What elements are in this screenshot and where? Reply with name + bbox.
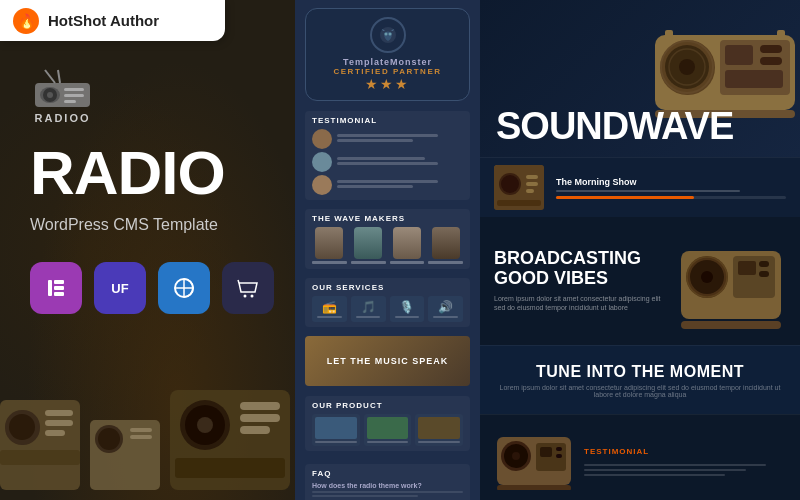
elementor-icon[interactable] — [30, 262, 82, 314]
faq-question: How does the radio theme work? — [312, 482, 463, 489]
svg-rect-37 — [240, 402, 280, 410]
svg-rect-61 — [526, 175, 538, 179]
tune-text-block: TUNE INTO THE MOMENT Lorem ipsum dolor s… — [496, 363, 784, 398]
person-card — [351, 227, 386, 264]
svg-rect-82 — [556, 454, 562, 458]
service-icon: 🎙️ — [399, 300, 414, 314]
progress-bar-fill — [556, 196, 694, 199]
svg-rect-14 — [54, 292, 64, 296]
person-avatar — [315, 227, 343, 259]
text-line — [337, 185, 413, 188]
tm-cat-icon — [370, 17, 406, 53]
wordpress-icon[interactable] — [158, 262, 210, 314]
svg-rect-26 — [45, 430, 65, 436]
svg-rect-49 — [725, 45, 753, 65]
service-item: 🎵 — [351, 296, 386, 322]
product-line — [418, 441, 460, 443]
service-icon: 🎵 — [361, 300, 376, 314]
person-name-line — [312, 261, 347, 264]
testimonial-heading: TESTIMONIAL — [312, 116, 463, 125]
svg-rect-63 — [526, 189, 534, 193]
product-line — [367, 441, 409, 443]
morning-show-subline — [556, 190, 740, 192]
woo-icon[interactable] — [222, 262, 274, 314]
top-bar-title: HotShot Author — [48, 12, 159, 29]
testimonial-section: TESTIMONIAL — [305, 111, 470, 200]
person-name-line — [428, 261, 463, 264]
service-item: 🔊 — [428, 296, 463, 322]
faq-item: How does the radio theme work? — [312, 482, 463, 500]
person-card — [390, 227, 425, 264]
vintage-radios-image — [0, 370, 295, 500]
broadcasting-title: BROADCASTING GOOD VIBES — [494, 249, 662, 289]
person-card — [312, 227, 347, 264]
tune-section: TUNE INTO THE MOMENT Lorem ipsum dolor s… — [480, 345, 800, 414]
svg-rect-62 — [526, 182, 538, 186]
svg-point-47 — [679, 59, 695, 75]
person-card — [428, 227, 463, 264]
svg-rect-27 — [0, 450, 80, 465]
svg-point-20 — [251, 295, 254, 298]
svg-rect-11 — [48, 280, 52, 296]
faq-heading: FAQ — [312, 469, 463, 478]
svg-rect-6 — [64, 88, 84, 91]
products-section: OUR PRODUCT — [305, 396, 470, 451]
svg-rect-64 — [497, 200, 541, 206]
middle-content: TemplateMonster CERTIFIED PARTNER ★★★ TE… — [295, 0, 480, 500]
svg-rect-81 — [556, 447, 562, 451]
person-name-line — [390, 261, 425, 264]
wavemakers-row — [312, 227, 463, 264]
product-image — [418, 417, 460, 439]
service-line — [317, 316, 342, 318]
svg-rect-12 — [54, 280, 64, 284]
testimonial-tag: TESTIMONIAL — [584, 447, 649, 456]
plugin-icons-row: UF — [30, 262, 274, 314]
service-icon: 🔊 — [438, 300, 453, 314]
broadcasting-text: BROADCASTING GOOD VIBES Lorem ipsum dolo… — [494, 249, 662, 313]
svg-point-19 — [244, 295, 247, 298]
boombox-small-image — [494, 425, 574, 490]
svg-rect-83 — [497, 485, 571, 490]
svg-rect-50 — [760, 45, 782, 53]
testimonial-row — [312, 129, 463, 149]
testimonial-line — [584, 469, 746, 471]
svg-point-30 — [98, 428, 120, 450]
svg-point-36 — [197, 417, 213, 433]
products-row — [312, 414, 463, 446]
music-banner-text: LET THE MUSIC SPEAK — [327, 356, 449, 366]
faq-answer-line — [312, 495, 418, 497]
tm-badge: TemplateMonster CERTIFIED PARTNER ★★★ — [305, 8, 470, 101]
service-item: 📻 — [312, 296, 347, 322]
services-section: OUR SERVICES 📻 🎵 🎙️ 🔊 — [305, 278, 470, 327]
testimonial-avatar — [312, 175, 332, 195]
svg-rect-51 — [760, 57, 782, 65]
testimonial-bottom-section: TESTIMONIAL — [480, 414, 800, 500]
product-item — [364, 414, 412, 446]
testimonial-row — [312, 175, 463, 195]
svg-line-10 — [58, 70, 60, 83]
tm-stars: ★★★ — [365, 76, 410, 92]
person-name-line — [351, 261, 386, 264]
morning-show-title: The Morning Show — [556, 177, 786, 187]
product-image — [315, 417, 357, 439]
svg-rect-24 — [45, 410, 73, 416]
svg-point-43 — [388, 33, 391, 36]
text-line — [337, 134, 438, 137]
svg-rect-7 — [64, 94, 84, 97]
svg-rect-38 — [240, 414, 280, 422]
svg-rect-8 — [64, 100, 76, 103]
svg-rect-40 — [175, 458, 285, 478]
uf-icon[interactable]: UF — [94, 262, 146, 314]
progress-bar-container — [556, 196, 786, 199]
middle-panel: TemplateMonster CERTIFIED PARTNER ★★★ TE… — [295, 0, 480, 500]
svg-rect-39 — [240, 426, 270, 434]
testimonial-bottom-content: TESTIMONIAL — [584, 440, 786, 476]
testimonial-row — [312, 152, 463, 172]
soundwave-title: SOUNDWAVE — [496, 107, 733, 145]
testimonial-text — [337, 157, 463, 167]
svg-rect-55 — [777, 30, 785, 40]
morning-show-info: The Morning Show — [556, 177, 786, 199]
svg-rect-73 — [681, 321, 781, 329]
main-title: RADIO — [30, 142, 225, 204]
svg-rect-80 — [540, 447, 552, 457]
